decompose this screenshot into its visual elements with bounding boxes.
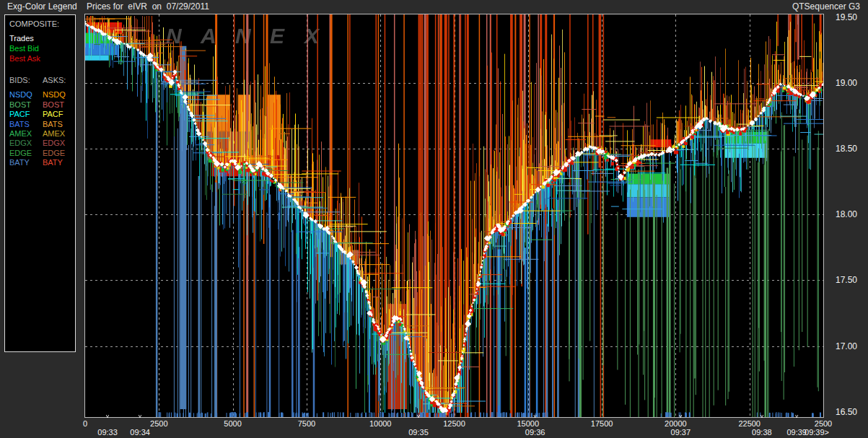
- legend-item-best-ask: Best Ask: [9, 53, 75, 63]
- time-label: 09:36: [525, 428, 545, 437]
- exchange-row-nsdq: NSDQ NSDQ: [9, 90, 75, 100]
- legend-item-trades: Trades: [9, 33, 75, 43]
- x-axis-label: 7500: [298, 419, 315, 428]
- minute-chevron: v: [106, 413, 109, 419]
- minute-chevron: v: [139, 413, 141, 419]
- price-chart-plot[interactable]: [84, 14, 824, 418]
- legend-item-best-bid: Best Bid: [9, 43, 75, 53]
- exchange-row-baty: BATY BATY: [9, 158, 75, 167]
- x-axis-label: 2500: [815, 419, 832, 428]
- exchange-row-pacf: PACF PACF: [9, 110, 75, 119]
- bid-color-edgx: EDGX: [9, 139, 43, 148]
- bids-header: BIDS:: [9, 76, 43, 85]
- x-axis-label: 22500: [738, 419, 760, 428]
- exchange-color-legend-panel: COMPOSITE: Trades Best Bid Best Ask BIDS…: [0, 13, 84, 438]
- y-axis-label: 19.00: [836, 78, 857, 88]
- bid-color-edge: EDGE: [9, 149, 43, 158]
- time-label: 09:34: [130, 428, 150, 437]
- app-title: QTSequencer G3: [792, 1, 860, 12]
- y-axis-label: 17.00: [836, 341, 857, 351]
- minute-chevron: v: [417, 413, 420, 419]
- exchange-row-edgx: EDGX EDGX: [9, 139, 75, 148]
- bid-color-bats: BATS: [9, 120, 43, 129]
- exchange-row-edge: EDGE EDGE: [9, 149, 75, 158]
- x-axis-label: 20000: [665, 419, 687, 428]
- x-axis-label: 0: [83, 419, 87, 428]
- minute-chevron: v: [760, 413, 763, 419]
- x-axis-label: 15000: [517, 419, 540, 428]
- ask-color-baty: BATY: [43, 158, 63, 167]
- ask-color-bats: BATS: [43, 120, 63, 129]
- ask-color-edge: EDGE: [43, 149, 65, 158]
- asks-header: ASKS:: [43, 76, 66, 85]
- chart-title: Prices for eIVR on 07/29/2011: [87, 1, 209, 12]
- bid-color-pacf: PACF: [9, 110, 43, 119]
- x-axis-label: 10000: [369, 419, 392, 428]
- quote-montage-canvas[interactable]: [85, 14, 823, 417]
- exchange-row-bats: BATS BATS: [9, 120, 75, 129]
- time-label: 09:37: [671, 428, 691, 437]
- x-axis-label: 12500: [443, 419, 465, 428]
- y-axis-label: 18.00: [836, 209, 857, 219]
- exchange-row-bost: BOST BOST: [9, 100, 75, 110]
- minute-chevron: v: [795, 413, 798, 419]
- exchange-row-amex: AMEX AMEX: [9, 129, 75, 139]
- ask-color-edgx: EDGX: [43, 139, 65, 148]
- minute-chevron: v: [534, 413, 537, 419]
- composite-header: COMPOSITE:: [9, 19, 75, 28]
- time-label: 09:39: [786, 428, 807, 437]
- y-axis-label: 18.50: [836, 144, 857, 154]
- y-axis-label: 19.50: [836, 12, 857, 22]
- time-label: 09:38: [752, 428, 772, 437]
- x-axis-label: 17500: [591, 419, 613, 428]
- time-label: 09:39>: [805, 428, 829, 437]
- time-label: 09:33: [97, 428, 118, 437]
- bid-color-amex: AMEX: [9, 129, 43, 139]
- y-axis-label: 16.50: [836, 407, 857, 417]
- legend-box: COMPOSITE: Trades Best Bid Best Ask BIDS…: [4, 14, 76, 352]
- legend-panel-title: Exg-Color Legend: [7, 1, 77, 12]
- ask-color-amex: AMEX: [43, 129, 65, 139]
- x-axis-label: 2500: [150, 419, 167, 428]
- time-label: 09:35: [408, 428, 429, 437]
- ask-color-pacf: PACF: [43, 110, 63, 119]
- x-axis-label: 5000: [224, 419, 241, 428]
- minute-chevron: v: [679, 413, 682, 419]
- y-axis-label: 17.50: [836, 275, 857, 285]
- bid-ask-headers: BIDS: ASKS:: [9, 76, 75, 85]
- ask-color-bost: BOST: [43, 100, 64, 110]
- bid-color-bost: BOST: [9, 100, 43, 110]
- bid-color-baty: BATY: [9, 158, 43, 167]
- bid-color-nsdq: NSDQ: [9, 90, 43, 100]
- ask-color-nsdq: NSDQ: [43, 90, 66, 100]
